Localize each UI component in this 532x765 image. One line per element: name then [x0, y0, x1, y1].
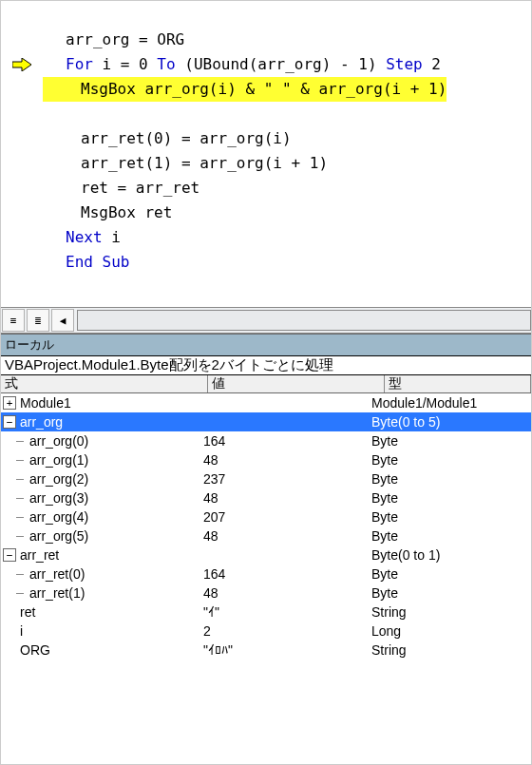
vbe-window: arr_org = ORG For i = 0 To (UBound(arr_o…: [0, 0, 532, 765]
locals-name: arr_org(1): [28, 452, 88, 468]
current-line-arrow-icon: [12, 58, 31, 71]
header-value[interactable]: 値: [208, 375, 385, 392]
locals-row[interactable]: ret"ｲ"String: [1, 602, 531, 622]
code-line: arr_ret(1) = arr_org(i + 1): [43, 151, 328, 176]
expand-icon[interactable]: [3, 396, 16, 410]
code-line: End Sub: [43, 250, 129, 275]
locals-row[interactable]: arr_org(4)207Byte: [1, 507, 531, 526]
locals-row[interactable]: arr_org(2)237Byte: [1, 469, 531, 488]
locals-panel-title: ローカル: [1, 334, 531, 355]
locals-type: Long: [371, 623, 531, 639]
locals-type: Byte: [371, 528, 531, 544]
locals-row[interactable]: ORG"ｲﾛﾊ"String: [1, 641, 531, 660]
locals-type: Byte: [371, 585, 531, 601]
locals-type: Module1/Module1: [371, 395, 531, 411]
toolbar-spacer: [77, 310, 531, 331]
locals-context: VBAProject.Module1.Byte配列を2バイトごとに処理: [1, 356, 531, 375]
locals-row[interactable]: arr_org(1)48Byte: [1, 450, 531, 469]
locals-row[interactable]: Module1Module1/Module1: [1, 393, 531, 412]
locals-toolbar: ≡ ≣ ◀: [1, 307, 531, 334]
code-text[interactable]: arr_org = ORG For i = 0 To (UBound(arr_o…: [43, 1, 446, 307]
locals-value: 164: [203, 566, 371, 582]
svg-marker-0: [12, 58, 31, 71]
code-editor[interactable]: arr_org = ORG For i = 0 To (UBound(arr_o…: [1, 1, 531, 307]
locals-value: 237: [203, 471, 371, 487]
locals-name: arr_org: [18, 414, 63, 430]
locals-value: 48: [203, 585, 371, 601]
locals-tree[interactable]: Module1Module1/Module1arr_orgByte(0 to 5…: [1, 393, 531, 660]
locals-type: Byte(0 to 1): [371, 547, 531, 563]
locals-value: "ｲﾛﾊ": [203, 642, 371, 658]
view-proc-button[interactable]: ≣: [27, 309, 49, 332]
view-full-button[interactable]: ≡: [2, 309, 25, 332]
locals-value: 2: [203, 623, 371, 639]
locals-row[interactable]: arr_retByte(0 to 1): [1, 545, 531, 564]
locals-name: arr_ret(1): [28, 585, 85, 601]
code-line: arr_org = ORG: [43, 28, 184, 52]
locals-value: 48: [203, 490, 371, 506]
locals-type: Byte: [371, 566, 531, 582]
locals-type: Byte(0 to 5): [371, 414, 531, 430]
scroll-left-button[interactable]: ◀: [51, 309, 74, 332]
locals-headers: 式 値 型: [1, 375, 531, 393]
locals-name: arr_org(3): [28, 490, 88, 506]
locals-row[interactable]: arr_org(0)164Byte: [1, 431, 531, 450]
locals-value: 164: [203, 433, 371, 449]
margin-indicator: [1, 1, 43, 307]
code-line: Next i: [43, 225, 121, 250]
header-type[interactable]: 型: [385, 375, 531, 392]
locals-name: i: [18, 623, 23, 639]
code-line: MsgBox ret: [43, 201, 172, 225]
code-line-current: MsgBox arr_org(i) & " " & arr_org(i + 1): [43, 77, 446, 102]
locals-type: Byte: [371, 509, 531, 525]
locals-name: arr_ret(0): [28, 566, 85, 582]
locals-name: arr_ret: [18, 547, 59, 563]
locals-name: arr_org(0): [28, 433, 88, 449]
locals-name: arr_org(2): [28, 471, 88, 487]
locals-type: String: [371, 604, 531, 620]
locals-value: "ｲ": [203, 604, 371, 620]
header-expression[interactable]: 式: [1, 375, 208, 392]
locals-value: 48: [203, 452, 371, 468]
locals-type: Byte: [371, 471, 531, 487]
locals-name: arr_org(5): [28, 528, 88, 544]
locals-type: String: [371, 642, 531, 658]
code-line: For i = 0 To (UBound(arr_org) - 1) Step …: [43, 52, 441, 77]
locals-value: 207: [203, 509, 371, 525]
locals-panel: VBAProject.Module1.Byte配列を2バイトごとに処理 式 値 …: [1, 355, 531, 660]
locals-row[interactable]: arr_org(3)48Byte: [1, 488, 531, 507]
locals-row[interactable]: arr_ret(1)48Byte: [1, 583, 531, 602]
code-line: arr_ret(0) = arr_org(i): [43, 126, 292, 151]
locals-type: Byte: [371, 490, 531, 506]
locals-value: 48: [203, 528, 371, 544]
locals-type: Byte: [371, 452, 531, 468]
locals-row[interactable]: arr_ret(0)164Byte: [1, 564, 531, 583]
locals-row[interactable]: arr_org(5)48Byte: [1, 526, 531, 545]
locals-name: Module1: [18, 395, 71, 411]
collapse-icon[interactable]: [3, 415, 16, 429]
locals-name: arr_org(4): [28, 509, 88, 525]
locals-row[interactable]: i2Long: [1, 622, 531, 641]
locals-type: Byte: [371, 433, 531, 449]
locals-row[interactable]: arr_orgByte(0 to 5): [1, 412, 531, 431]
collapse-icon[interactable]: [3, 548, 16, 562]
locals-name: ORG: [18, 642, 50, 658]
locals-name: ret: [18, 604, 35, 620]
code-line: ret = arr_ret: [43, 176, 200, 201]
